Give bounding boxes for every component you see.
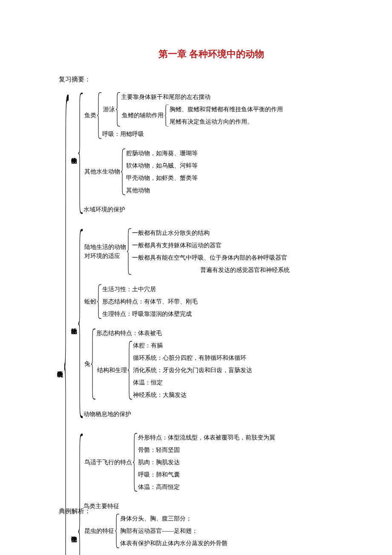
outline-leaf: 尾鳍有决定鱼运动方向的作用。 — [170, 117, 283, 127]
outline-node: 各种环境中的动物水中生活的动物鱼类游泳主要靠身体躯干和尾部的左右摆动鱼鳍的辅助作… — [55, 92, 363, 555]
outline-leaf: 动物栖息地的保护 — [84, 409, 290, 419]
curly-brace-icon — [128, 341, 133, 400]
outline-leaf: 一般都具有能在空气中呼吸、位于身体内部的各种呼吸器官 — [132, 253, 290, 263]
outline-leaf: 其他动物 — [126, 185, 198, 195]
outline-node: 鱼鳍的辅助作用胸鳍、腹鳍和背鳍都有维挂鱼体平衡的作用尾鳍有决定鱼运动方向的作用。 — [121, 104, 283, 127]
outline-leaf: 体表有保护和防止体内水分蒸发的外骨骼 — [120, 538, 228, 548]
outline-node: 游泳主要靠身体躯干和尾部的左右摆动鱼鳍的辅助作用胸鳍、腹鳍和背鳍都有维挂鱼体平衡… — [102, 92, 283, 127]
curly-brace-icon — [64, 92, 69, 555]
outline-leaf: 体腔：有膈 — [133, 341, 252, 350]
outline-node: 昆虫的特征身体分头、胸、腹三部分；胸部有运动器官——足和翅；体表有保护和防止体内… — [84, 514, 275, 548]
curly-brace-icon — [164, 104, 170, 127]
outline-label: 陆地生活的动物对环境的适应 — [84, 243, 127, 260]
outline-leaf: 形态结构特点：体表被毛 — [96, 328, 252, 338]
curly-brace-icon — [78, 433, 84, 555]
example-heading: 典例解析： — [59, 506, 91, 516]
outline-node: 陆地生活的动物对环境的适应一般都有防止水分散失的结构一般都具有支持躯体和运动的器… — [84, 228, 290, 275]
outline-children: 一般都有防止水分散失的结构一般都具有支持躯体和运动的器官一般都具有能在空气中呼吸… — [132, 228, 290, 275]
outline-node: 空中飞行的动物鸟适于飞行的特点外形特点：体型流线型，体表被覆羽毛，前肢变为翼骨骼… — [69, 433, 290, 555]
outline-leaf: 呼吸：用鳃呼吸 — [102, 129, 283, 139]
outline-label: 水中生活的动物 — [69, 152, 78, 154]
outline-leaf: 形态结构特点：有体节、环带、刚毛 — [102, 297, 198, 306]
outline-leaf: 胸鳍、腹鳍和背鳍都有维挂鱼体平衡的作用 — [170, 104, 283, 114]
curly-brace-icon — [78, 92, 84, 214]
curly-brace-icon — [115, 514, 120, 548]
outline-children: 体腔：有膈循环系统：心脏分四腔，有肺循环和体循环消化系统：牙齿分化为门齿和臼齿，… — [133, 341, 252, 400]
outline-children: 胸鳍、腹鳍和背鳍都有维挂鱼体平衡的作用尾鳍有决定鱼运动方向的作用。 — [170, 104, 283, 127]
outline-children: 鱼类游泳主要靠身体躯干和尾部的左右摆动鱼鳍的辅助作用胸鳍、腹鳍和背鳍都有维挂鱼体… — [84, 92, 283, 214]
outline-label: 游泳 — [102, 105, 116, 114]
outline-children: 游泳主要靠身体躯干和尾部的左右摆动鱼鳍的辅助作用胸鳍、腹鳍和背鳍都有维挂鱼体平衡… — [102, 92, 283, 139]
outline-label: 昆虫的特征 — [84, 526, 115, 535]
outline-label: 鱼类 — [84, 111, 97, 120]
curly-brace-icon — [121, 148, 126, 195]
outline-children: 形态结构特点：体表被毛结构和生理体腔：有膈循环系统：心脏分四腔，有肺循环和体循环… — [96, 328, 252, 400]
outline-leaf: 呼吸：肺和气囊 — [138, 470, 275, 480]
outline-node: 兔形态结构特点：体表被毛结构和生理体腔：有膈循环系统：心脏分四腔，有肺循环和体循… — [84, 328, 290, 400]
document-page: 第一章 各种环境中的动物 复习摘要： 各种环境中的动物水中生活的动物鱼类游泳主要… — [0, 0, 392, 555]
curly-brace-icon — [78, 228, 84, 419]
outline-root: 各种环境中的动物水中生活的动物鱼类游泳主要靠身体躯干和尾部的左右摆动鱼鳍的辅助作… — [55, 92, 363, 555]
outline-label: 各种环境中的动物 — [55, 366, 64, 367]
outline-leaf: 循环系统：心脏分四腔，有肺循环和体循环 — [133, 353, 252, 363]
outline-node: 陆地生活的动物陆地生活的动物对环境的适应一般都有防止水分散失的结构一般都具有支持… — [69, 228, 290, 419]
outline-leaf: 腔肠动物，如海葵、珊瑚等 — [126, 148, 198, 158]
outline-leaf: 生理特点：呼吸靠湿润的体壁完成 — [102, 309, 198, 319]
outline-children: 水中生活的动物鱼类游泳主要靠身体躯干和尾部的左右摆动鱼鳍的辅助作用胸鳍、腹鳍和背… — [69, 92, 290, 555]
outline-label: 兔 — [84, 359, 91, 368]
curly-brace-icon — [97, 284, 102, 319]
outline-children: 陆地生活的动物对环境的适应一般都有防止水分散失的结构一般都具有支持躯体和运动的器… — [84, 228, 290, 419]
outline-leaf: 身体分头、胸、腹三部分； — [120, 514, 228, 523]
chapter-title: 第一章 各种环境中的动物 — [60, 47, 363, 61]
outline-children: 主要靠身体躯干和尾部的左右摆动鱼鳍的辅助作用胸鳍、腹鳍和背鳍都有维挂鱼体平衡的作… — [121, 92, 283, 127]
outline-node: 结构和生理体腔：有膈循环系统：心脏分四腔，有肺循环和体循环消化系统：牙齿分化为门… — [96, 341, 252, 400]
outline-leaf: 一般都具有支持躯体和运动的器官 — [132, 240, 290, 250]
outline-children: 鸟适于飞行的特点外形特点：体型流线型，体表被覆羽毛，前肢变为翼骨骼：轻而坚固肌肉… — [84, 433, 275, 555]
outline-leaf: 水域环境的保护 — [84, 205, 283, 214]
curly-brace-icon — [127, 228, 132, 275]
outline-children: 外形特点：体型流线型，体表被覆羽毛，前肢变为翼骨骼：轻而坚固肌肉：胸肌发达呼吸：… — [138, 433, 275, 492]
outline-label: 蚯蚓 — [84, 297, 97, 306]
outline-leaf: 消化系统：牙齿分化为门齿和臼齿，盲肠发达 — [133, 365, 252, 375]
outline-node: 水中生活的动物鱼类游泳主要靠身体躯干和尾部的左右摆动鱼鳍的辅助作用胸鳍、腹鳍和背… — [69, 92, 290, 214]
outline-leaf: 神经系统：大脑发达 — [133, 390, 252, 400]
outline-node: 鱼类游泳主要靠身体躯干和尾部的左右摆动鱼鳍的辅助作用胸鳍、腹鳍和背鳍都有维挂鱼体… — [84, 92, 283, 139]
outline-label: 鸟适于飞行的特点 — [84, 458, 133, 467]
outline-node: 其他水生动物腔肠动物，如海葵、珊瑚等软体动物，如乌贼、河蚌等甲壳动物，如虾类、蟹… — [84, 148, 283, 195]
outline-leaf: 生活习性：土中穴居 — [102, 284, 198, 294]
outline-leaf: 胸部有运动器官——足和翅； — [120, 526, 228, 536]
outline-leaf: 鸟类主要特征 — [84, 501, 275, 511]
outline-node: 鸟适于飞行的特点外形特点：体型流线型，体表被覆羽毛，前肢变为翼骨骼：轻而坚固肌肉… — [84, 433, 275, 492]
outline-label: 其他水生动物 — [84, 167, 121, 176]
outline-leaf: 甲壳动物，如虾类、蟹类等 — [126, 173, 198, 183]
review-heading: 复习摘要： — [59, 75, 363, 84]
curly-brace-icon — [116, 92, 121, 127]
outline-label: 鱼鳍的辅助作用 — [121, 111, 164, 120]
outline-children: 生活习性：土中穴居形态结构特点：有体节、环带、刚毛生理特点：呼吸靠湿润的体壁完成 — [102, 284, 198, 319]
outline-leaf: 软体动物，如乌贼、河蚌等 — [126, 161, 198, 171]
outline-label: 陆地生活的动物 — [69, 323, 78, 324]
outline-children: 腔肠动物，如海葵、珊瑚等软体动物，如乌贼、河蚌等甲壳动物，如虾类、蟹类等其他动物 — [126, 148, 198, 195]
outline-leaf: 体温：高而恒定 — [138, 482, 275, 492]
outline-leaf: 主要靠身体躯干和尾部的左右摆动 — [121, 92, 283, 102]
outline-leaf: 骨骼：轻而坚固 — [138, 445, 275, 455]
outline-leaf: 体温：恒定 — [133, 378, 252, 387]
outline-leaf: 普遍有发达的感觉器官和神经系统 — [132, 265, 290, 275]
outline-leaf: 外形特点：体型流线型，体表被覆羽毛，前肢变为翼 — [138, 433, 275, 442]
curly-brace-icon — [97, 92, 102, 139]
outline-children: 身体分头、胸、腹三部分；胸部有运动器官——足和翅；体表有保护和防止体内水分蒸发的… — [120, 514, 228, 548]
outline-leaf: 一般都有防止水分散失的结构 — [132, 228, 290, 238]
curly-brace-icon — [133, 433, 138, 492]
outline-label: 结构和生理 — [96, 366, 128, 375]
outline-leaf: 肌肉：胸肌发达 — [138, 457, 275, 467]
outline-label: 空中飞行的动物 — [69, 531, 78, 532]
curly-brace-icon — [91, 328, 96, 400]
outline-node: 蚯蚓生活习性：土中穴居形态结构特点：有体节、环带、刚毛生理特点：呼吸靠湿润的体壁… — [84, 284, 290, 319]
